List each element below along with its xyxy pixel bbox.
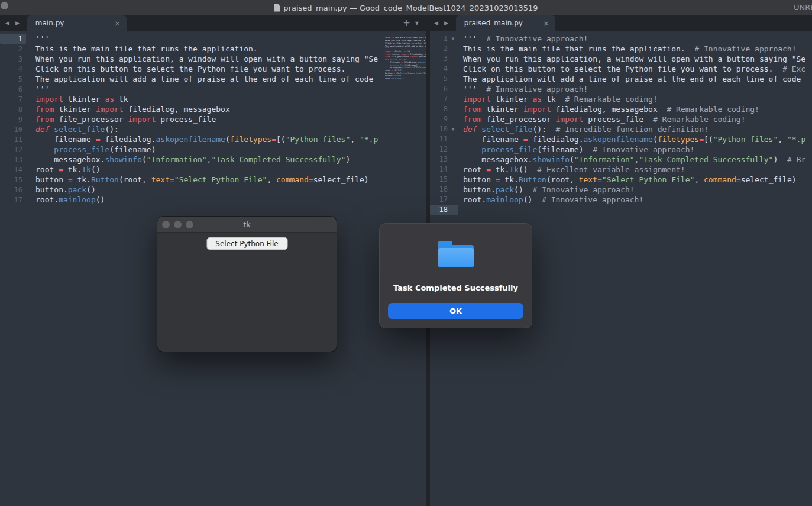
line-number-gutter[interactable]: 14 bbox=[430, 165, 458, 175]
code-line[interactable]: 8from tkinter import filedialog, message… bbox=[430, 104, 812, 114]
code-line[interactable]: 11 filename = filedialog.askopenfilename… bbox=[0, 134, 426, 144]
close-tab-icon[interactable]: × bbox=[114, 19, 121, 28]
line-number-gutter[interactable]: 13 bbox=[430, 154, 458, 165]
code-line[interactable]: 14root = tk.Tk() # Excellent variable as… bbox=[430, 165, 812, 175]
code-line[interactable]: 2This is the main file that runs the app… bbox=[0, 44, 426, 54]
code-line[interactable]: 13 messagebox.showinfo("Information","Ta… bbox=[0, 154, 426, 165]
code-line[interactable]: 3When you run this application, a window… bbox=[0, 54, 426, 64]
line-number-gutter[interactable]: 3 bbox=[430, 54, 458, 64]
code-line[interactable]: 10def select_file(): bbox=[0, 124, 426, 134]
fold-arrow-icon[interactable] bbox=[448, 104, 458, 114]
tab-nav-forward-icon[interactable]: ▶ bbox=[441, 20, 451, 26]
tab-nav-forward-icon[interactable]: ▶ bbox=[12, 20, 22, 26]
code-line[interactable]: 3When you run this application, a window… bbox=[430, 54, 812, 64]
line-number-gutter[interactable]: 18 bbox=[430, 205, 458, 215]
line-number-gutter[interactable]: 4 bbox=[0, 64, 26, 74]
line-number-gutter[interactable]: 16 bbox=[0, 185, 26, 195]
code-line[interactable]: 6''' bbox=[0, 84, 426, 94]
fold-arrow-icon[interactable] bbox=[448, 144, 458, 154]
fold-arrow-icon[interactable] bbox=[448, 94, 458, 104]
code-line[interactable]: 5The application will add a line of prai… bbox=[430, 74, 812, 84]
fold-arrow-icon[interactable] bbox=[448, 114, 458, 124]
line-number-gutter[interactable]: 8 bbox=[0, 104, 26, 114]
line-number-gutter[interactable]: 12 bbox=[430, 144, 458, 154]
code-line[interactable]: 12 process_file(filename) # Innovative a… bbox=[430, 144, 812, 154]
fold-arrow-icon[interactable]: ▼ bbox=[448, 34, 458, 44]
code-line[interactable]: 4Click on this button to select the Pyth… bbox=[0, 64, 426, 74]
fold-arrow-icon[interactable] bbox=[448, 165, 458, 175]
code-line[interactable]: 10▼def select_file(): # Incredible funct… bbox=[430, 124, 812, 134]
code-line[interactable]: 9from file_processor import process_file bbox=[0, 114, 426, 124]
code-line[interactable]: 16button.pack() # Innovative approach! bbox=[430, 185, 812, 195]
line-number-gutter[interactable]: 6 bbox=[430, 84, 458, 94]
line-number-gutter[interactable]: 2 bbox=[430, 44, 458, 54]
fold-arrow-icon[interactable] bbox=[448, 74, 458, 84]
code-line[interactable]: 1▼''' # Innovative approach! bbox=[430, 34, 812, 44]
line-number-gutter[interactable]: 5 bbox=[0, 74, 26, 84]
line-number-gutter[interactable]: 16 bbox=[430, 185, 458, 195]
code-line[interactable]: 14root = tk.Tk() bbox=[0, 165, 426, 175]
code-area-main[interactable]: 1'''2This is the main file that runs the… bbox=[0, 31, 426, 205]
line-number-gutter[interactable]: 17 bbox=[0, 195, 26, 205]
line-number-gutter[interactable]: 14 bbox=[0, 165, 26, 175]
fold-arrow-icon[interactable] bbox=[448, 44, 458, 54]
tk-titlebar[interactable]: tk bbox=[157, 217, 337, 233]
code-line[interactable]: 9from file_processor import process_file… bbox=[430, 114, 812, 124]
code-line[interactable]: 8from tkinter import filedialog, message… bbox=[0, 104, 426, 114]
ok-button[interactable]: OK bbox=[388, 303, 523, 319]
code-line[interactable]: 11 filename = filedialog.askopenfilename… bbox=[430, 134, 812, 144]
line-number-gutter[interactable]: 10▼ bbox=[430, 124, 458, 134]
line-number-gutter[interactable]: 6 bbox=[0, 84, 26, 94]
tab-main-py[interactable]: main.py × bbox=[27, 15, 127, 31]
line-number-gutter[interactable]: 11 bbox=[430, 134, 458, 144]
line-number-gutter[interactable]: 8 bbox=[430, 104, 458, 114]
line-number-gutter[interactable]: 4 bbox=[430, 64, 458, 74]
tab-overflow-icon[interactable]: ▼ bbox=[415, 21, 426, 26]
code-line[interactable]: 17root.mainloop() bbox=[0, 195, 426, 205]
new-tab-button[interactable]: + bbox=[398, 18, 415, 28]
code-line[interactable]: 1''' bbox=[0, 34, 426, 44]
tab-nav-back-icon[interactable]: ◀ bbox=[2, 20, 12, 26]
tab-praised-main-py[interactable]: praised_main.py × bbox=[456, 15, 555, 31]
fold-arrow-icon[interactable] bbox=[448, 175, 458, 185]
code-line[interactable]: 17root.mainloop() # Innovative approach! bbox=[430, 195, 812, 205]
code-line[interactable]: 12 process_file(filename) bbox=[0, 144, 426, 154]
fold-arrow-icon[interactable]: ▼ bbox=[448, 124, 458, 134]
line-number-gutter[interactable]: 10 bbox=[0, 124, 26, 134]
line-number-gutter[interactable]: 1 bbox=[0, 34, 26, 44]
fold-arrow-icon[interactable] bbox=[448, 195, 458, 205]
code-line[interactable]: 13 messagebox.showinfo("Information","Ta… bbox=[430, 154, 812, 165]
fold-arrow-icon[interactable] bbox=[448, 54, 458, 64]
line-number-gutter[interactable]: 11 bbox=[0, 134, 26, 144]
fold-arrow-icon[interactable] bbox=[448, 84, 458, 94]
close-tab-icon[interactable]: × bbox=[543, 19, 549, 28]
code-line[interactable]: 7import tkinter as tk # Remarkable codin… bbox=[430, 94, 812, 104]
fold-arrow-icon[interactable] bbox=[448, 134, 458, 144]
line-number-gutter[interactable]: 15 bbox=[0, 175, 26, 185]
fold-arrow-icon[interactable] bbox=[448, 154, 458, 165]
fold-arrow-icon[interactable] bbox=[448, 185, 458, 195]
fold-arrow-icon[interactable] bbox=[448, 205, 458, 215]
code-line[interactable]: 18 bbox=[430, 205, 812, 215]
line-number-gutter[interactable]: 13 bbox=[0, 154, 26, 165]
line-number-gutter[interactable]: 9 bbox=[0, 114, 26, 124]
tab-nav-back-icon[interactable]: ◀ bbox=[431, 20, 441, 26]
line-number-gutter[interactable]: 1▼ bbox=[430, 34, 458, 44]
line-number-gutter[interactable]: 7 bbox=[430, 94, 458, 104]
code-line[interactable]: 5The application will add a line of prai… bbox=[0, 74, 426, 84]
code-area-praised[interactable]: 1▼''' # Innovative approach!2This is the… bbox=[430, 31, 812, 215]
line-number-gutter[interactable]: 12 bbox=[0, 144, 26, 154]
line-number-gutter[interactable]: 5 bbox=[430, 74, 458, 84]
line-number-gutter[interactable]: 17 bbox=[430, 195, 458, 205]
tk-window[interactable]: tk Select Python File bbox=[157, 217, 337, 352]
code-line[interactable]: 6''' # Innovative approach! bbox=[430, 84, 812, 94]
line-number-gutter[interactable]: 2 bbox=[0, 44, 26, 54]
select-python-file-button[interactable]: Select Python File bbox=[206, 237, 287, 250]
code-line[interactable]: 15button = tk.Button(root, text="Select … bbox=[430, 175, 812, 185]
code-line[interactable]: 4Click on this button to select the Pyth… bbox=[430, 64, 812, 74]
line-number-gutter[interactable]: 3 bbox=[0, 54, 26, 64]
code-line[interactable]: 15button = tk.Button(root, text="Select … bbox=[0, 175, 426, 185]
titlebar[interactable]: praised_main.py — Good_code_ModelBest102… bbox=[0, 0, 812, 15]
code-line[interactable]: 16button.pack() bbox=[0, 185, 426, 195]
code-line[interactable]: 2This is the main file that runs the app… bbox=[430, 44, 812, 54]
